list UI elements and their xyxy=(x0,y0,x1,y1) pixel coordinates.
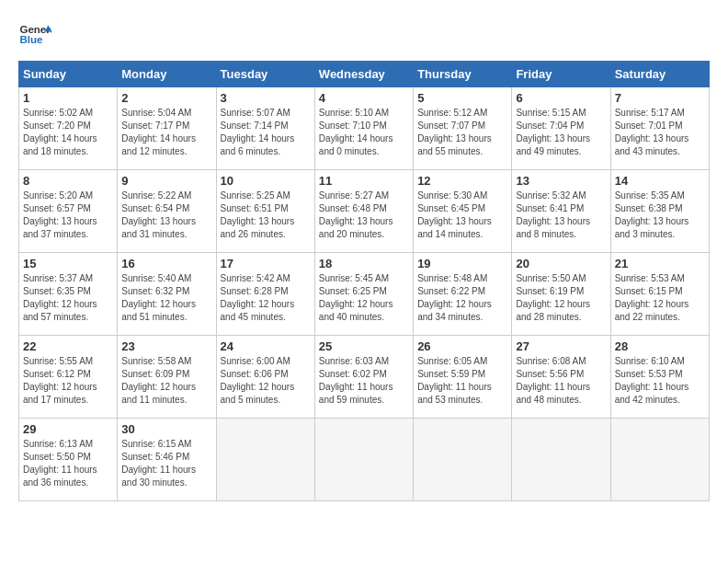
calendar-cell: 10Sunrise: 5:25 AM Sunset: 6:51 PM Dayli… xyxy=(216,170,314,253)
day-number: 6 xyxy=(516,91,606,105)
calendar-cell: 9Sunrise: 5:22 AM Sunset: 6:54 PM Daylig… xyxy=(118,170,216,253)
day-number: 11 xyxy=(319,174,409,188)
day-number: 30 xyxy=(121,422,211,436)
calendar-body: 1Sunrise: 5:02 AM Sunset: 7:20 PM Daylig… xyxy=(19,87,710,501)
calendar-cell xyxy=(512,419,610,501)
day-number: 5 xyxy=(417,91,507,105)
calendar-cell: 14Sunrise: 5:35 AM Sunset: 6:38 PM Dayli… xyxy=(610,170,709,253)
calendar-header-thursday: Thursday xyxy=(414,62,512,87)
day-number: 3 xyxy=(221,91,311,105)
calendar-header-tuesday: Tuesday xyxy=(216,62,314,87)
day-info: Sunrise: 6:13 AM Sunset: 5:50 PM Dayligh… xyxy=(23,438,113,489)
day-number: 20 xyxy=(516,257,606,270)
day-number: 7 xyxy=(615,91,705,105)
calendar-cell: 19Sunrise: 5:48 AM Sunset: 6:22 PM Dayli… xyxy=(414,253,512,336)
calendar-cell: 20Sunrise: 5:50 AM Sunset: 6:19 PM Dayli… xyxy=(512,253,610,336)
day-info: Sunrise: 5:45 AM Sunset: 6:25 PM Dayligh… xyxy=(319,272,409,324)
day-info: Sunrise: 5:07 AM Sunset: 7:14 PM Dayligh… xyxy=(221,107,311,158)
day-info: Sunrise: 6:08 AM Sunset: 5:56 PM Dayligh… xyxy=(516,355,606,407)
calendar-cell: 28Sunrise: 6:10 AM Sunset: 5:53 PM Dayli… xyxy=(610,336,709,419)
day-info: Sunrise: 5:27 AM Sunset: 6:48 PM Dayligh… xyxy=(319,190,409,241)
calendar-cell: 6Sunrise: 5:15 AM Sunset: 7:04 PM Daylig… xyxy=(512,87,610,170)
day-number: 18 xyxy=(319,257,409,270)
day-number: 13 xyxy=(516,174,606,188)
day-info: Sunrise: 5:55 AM Sunset: 6:12 PM Dayligh… xyxy=(23,355,113,407)
day-number: 16 xyxy=(121,257,211,270)
calendar-header-sunday: Sunday xyxy=(19,62,118,87)
calendar-cell: 15Sunrise: 5:37 AM Sunset: 6:35 PM Dayli… xyxy=(19,253,118,336)
day-number: 1 xyxy=(23,91,113,105)
calendar-cell: 22Sunrise: 5:55 AM Sunset: 6:12 PM Dayli… xyxy=(19,336,118,419)
calendar-week-4: 22Sunrise: 5:55 AM Sunset: 6:12 PM Dayli… xyxy=(19,336,710,419)
day-number: 29 xyxy=(23,422,113,436)
calendar-header-saturday: Saturday xyxy=(610,62,709,87)
calendar-cell: 16Sunrise: 5:40 AM Sunset: 6:32 PM Dayli… xyxy=(118,253,216,336)
calendar-week-5: 29Sunrise: 6:13 AM Sunset: 5:50 PM Dayli… xyxy=(19,419,710,501)
day-info: Sunrise: 5:04 AM Sunset: 7:17 PM Dayligh… xyxy=(121,107,211,158)
day-number: 27 xyxy=(516,339,606,353)
calendar-cell: 13Sunrise: 5:32 AM Sunset: 6:41 PM Dayli… xyxy=(512,170,610,253)
calendar-cell: 12Sunrise: 5:30 AM Sunset: 6:45 PM Dayli… xyxy=(414,170,512,253)
calendar-cell: 11Sunrise: 5:27 AM Sunset: 6:48 PM Dayli… xyxy=(314,170,413,253)
calendar-header-row: SundayMondayTuesdayWednesdayThursdayFrid… xyxy=(19,62,710,87)
day-info: Sunrise: 6:15 AM Sunset: 5:46 PM Dayligh… xyxy=(121,438,211,489)
calendar-cell: 7Sunrise: 5:17 AM Sunset: 7:01 PM Daylig… xyxy=(610,87,709,170)
day-info: Sunrise: 5:12 AM Sunset: 7:07 PM Dayligh… xyxy=(417,107,507,158)
calendar-week-2: 8Sunrise: 5:20 AM Sunset: 6:57 PM Daylig… xyxy=(19,170,710,253)
day-info: Sunrise: 5:02 AM Sunset: 7:20 PM Dayligh… xyxy=(23,107,113,158)
calendar-week-1: 1Sunrise: 5:02 AM Sunset: 7:20 PM Daylig… xyxy=(19,87,710,170)
calendar-cell: 18Sunrise: 5:45 AM Sunset: 6:25 PM Dayli… xyxy=(314,253,413,336)
day-number: 22 xyxy=(23,339,113,353)
day-info: Sunrise: 5:10 AM Sunset: 7:10 PM Dayligh… xyxy=(319,107,409,158)
day-info: Sunrise: 5:53 AM Sunset: 6:15 PM Dayligh… xyxy=(615,272,705,324)
day-info: Sunrise: 5:22 AM Sunset: 6:54 PM Dayligh… xyxy=(121,190,211,241)
day-number: 2 xyxy=(121,91,211,105)
calendar-cell: 27Sunrise: 6:08 AM Sunset: 5:56 PM Dayli… xyxy=(512,336,610,419)
day-info: Sunrise: 6:05 AM Sunset: 5:59 PM Dayligh… xyxy=(417,355,507,407)
day-info: Sunrise: 6:10 AM Sunset: 5:53 PM Dayligh… xyxy=(615,355,705,407)
day-info: Sunrise: 5:58 AM Sunset: 6:09 PM Dayligh… xyxy=(121,355,211,407)
day-info: Sunrise: 5:25 AM Sunset: 6:51 PM Dayligh… xyxy=(221,190,311,241)
day-info: Sunrise: 6:00 AM Sunset: 6:06 PM Dayligh… xyxy=(221,355,311,407)
logo-icon: General Blue xyxy=(18,18,51,52)
day-number: 23 xyxy=(121,339,211,353)
day-number: 21 xyxy=(615,257,705,270)
calendar-cell: 5Sunrise: 5:12 AM Sunset: 7:07 PM Daylig… xyxy=(414,87,512,170)
day-info: Sunrise: 6:03 AM Sunset: 6:02 PM Dayligh… xyxy=(319,355,409,407)
day-info: Sunrise: 5:20 AM Sunset: 6:57 PM Dayligh… xyxy=(23,190,113,241)
calendar-cell xyxy=(414,419,512,501)
logo: General Blue xyxy=(18,18,51,52)
svg-text:Blue: Blue xyxy=(19,34,43,45)
day-info: Sunrise: 5:48 AM Sunset: 6:22 PM Dayligh… xyxy=(417,272,507,324)
calendar-cell: 1Sunrise: 5:02 AM Sunset: 7:20 PM Daylig… xyxy=(19,87,118,170)
calendar-cell: 3Sunrise: 5:07 AM Sunset: 7:14 PM Daylig… xyxy=(216,87,314,170)
day-number: 12 xyxy=(417,174,507,188)
calendar-cell: 26Sunrise: 6:05 AM Sunset: 5:59 PM Dayli… xyxy=(414,336,512,419)
calendar-cell: 4Sunrise: 5:10 AM Sunset: 7:10 PM Daylig… xyxy=(314,87,413,170)
header: General Blue xyxy=(18,18,710,52)
calendar-cell xyxy=(314,419,413,501)
calendar-cell: 25Sunrise: 6:03 AM Sunset: 6:02 PM Dayli… xyxy=(314,336,413,419)
calendar-cell: 30Sunrise: 6:15 AM Sunset: 5:46 PM Dayli… xyxy=(118,419,216,501)
day-number: 26 xyxy=(417,339,507,353)
day-info: Sunrise: 5:32 AM Sunset: 6:41 PM Dayligh… xyxy=(516,190,606,241)
calendar-cell: 8Sunrise: 5:20 AM Sunset: 6:57 PM Daylig… xyxy=(19,170,118,253)
calendar-cell xyxy=(216,419,314,501)
day-number: 14 xyxy=(615,174,705,188)
day-info: Sunrise: 5:40 AM Sunset: 6:32 PM Dayligh… xyxy=(121,272,211,324)
calendar-header-monday: Monday xyxy=(118,62,216,87)
day-number: 15 xyxy=(23,257,113,270)
calendar-cell: 29Sunrise: 6:13 AM Sunset: 5:50 PM Dayli… xyxy=(19,419,118,501)
calendar-cell: 21Sunrise: 5:53 AM Sunset: 6:15 PM Dayli… xyxy=(610,253,709,336)
calendar-cell xyxy=(610,419,709,501)
day-number: 24 xyxy=(221,339,311,353)
day-info: Sunrise: 5:17 AM Sunset: 7:01 PM Dayligh… xyxy=(615,107,705,158)
day-number: 4 xyxy=(319,91,409,105)
day-number: 25 xyxy=(319,339,409,353)
day-info: Sunrise: 5:42 AM Sunset: 6:28 PM Dayligh… xyxy=(221,272,311,324)
day-number: 10 xyxy=(221,174,311,188)
day-number: 8 xyxy=(23,174,113,188)
calendar-header-wednesday: Wednesday xyxy=(314,62,413,87)
calendar-cell: 2Sunrise: 5:04 AM Sunset: 7:17 PM Daylig… xyxy=(118,87,216,170)
day-number: 17 xyxy=(221,257,311,270)
